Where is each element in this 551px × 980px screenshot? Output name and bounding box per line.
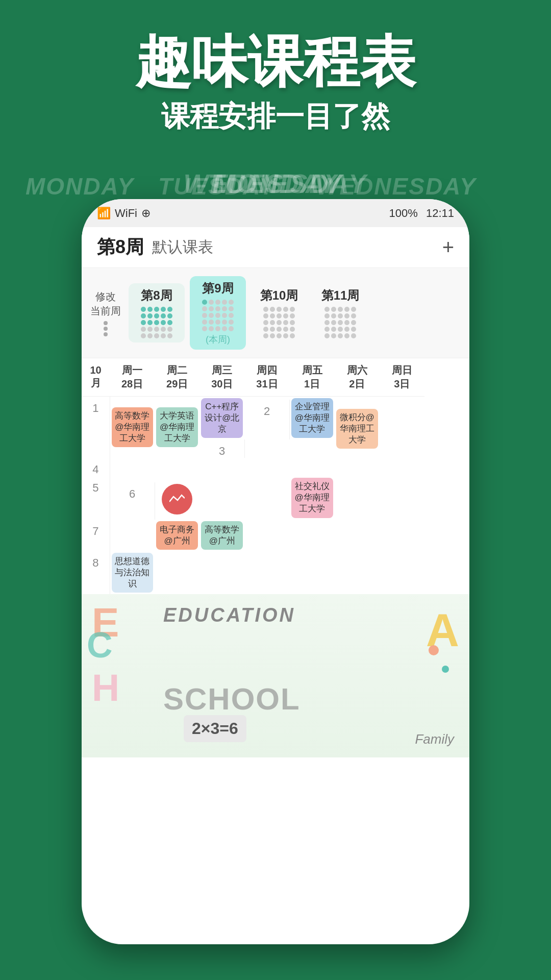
status-left: 📶 WiFi ⊕: [97, 207, 151, 220]
row-num-7: 7: [82, 520, 110, 551]
week-10-item[interactable]: 第10周: [251, 283, 307, 342]
empty-sunday-2: [424, 400, 469, 439]
row-num-6: 6: [110, 482, 155, 519]
current-week-label: (本周): [206, 333, 230, 346]
table-row-8: 8 思想道德与法治知识: [82, 551, 469, 594]
modify-week-button[interactable]: 修改 当前周: [88, 289, 123, 336]
empty-sunday-3: [424, 439, 469, 458]
week-11-item[interactable]: 第11周: [312, 283, 368, 342]
week-9-item[interactable]: 第9周 (本周): [190, 276, 246, 350]
battery-text: 100%: [389, 207, 418, 219]
table-row-6: 6: [82, 482, 469, 519]
course-math-wednesday-7[interactable]: 高等数学@广州: [199, 520, 244, 551]
empty-tuesday-5: [155, 476, 199, 482]
course-management-friday[interactable]: 企业管理@华南理工大学: [290, 397, 335, 440]
status-right: 100% 12:11: [389, 207, 454, 220]
deco-letter-h: H: [92, 666, 119, 709]
course-calculus-thursday[interactable]: 微积分@华南理工大学: [335, 400, 380, 458]
row-num-5: 5: [82, 476, 110, 519]
empty-wednesday-6: [244, 482, 289, 519]
week-10-label: 第10周: [260, 287, 298, 304]
table-row-7: 7 电子商务@广州 高等数学@广州: [82, 520, 469, 551]
empty-saturday-2: [380, 400, 424, 439]
empty-thursday-7: [244, 520, 289, 551]
day-wednesday-header: 周三30日: [199, 358, 244, 397]
empty-sunday-4: [380, 458, 424, 476]
empty-tuesday-6: [199, 482, 244, 519]
main-title: 趣味课程表: [0, 31, 551, 92]
header-area: 趣味课程表 课程安排一目了然: [0, 31, 551, 136]
empty-tuesday-8: [155, 551, 199, 594]
week-row: 修改 当前周 第8周: [88, 276, 463, 350]
deco-dot-1: [429, 645, 439, 655]
chalk-wednesday-label: WEDNESDAY: [316, 173, 477, 200]
deco-dot-2: [442, 666, 449, 673]
status-bar: 📶 WiFi ⊕ 100% 12:11: [82, 199, 469, 227]
day-friday-header: 周五1日: [290, 358, 335, 397]
chalk-monday-label: MONDAY: [26, 173, 134, 200]
math-equation: 2×3=6: [184, 715, 246, 742]
week-selector: 修改 当前周 第8周: [82, 268, 469, 358]
empty-wednesday-8: [199, 551, 244, 594]
empty-saturday-4: [335, 458, 380, 476]
sticker-area: E C H EDUCATION 2×3=6 SCHOOL A Family: [82, 594, 469, 757]
course-cpp-wednesday[interactable]: C++程序设计@北京: [199, 397, 244, 440]
empty-thursday-4: [244, 458, 289, 476]
empty-saturday-5: [335, 476, 380, 482]
sub-title: 课程安排一目了然: [0, 97, 551, 136]
week-11-dots: [324, 307, 356, 338]
timetable-container[interactable]: 10月 周一28日 周二29日 周三30日 周四31日 周五1日 周六2日 周日…: [82, 358, 469, 944]
empty-saturday-7: [335, 520, 380, 551]
empty-saturday-8: [335, 551, 380, 594]
day-monday-header: 周一28日: [110, 358, 155, 397]
deco-letter-c: C: [87, 625, 113, 666]
empty-wednesday-4: [199, 458, 244, 476]
extra-icon: ⊕: [141, 207, 151, 220]
row-num-8: 8: [82, 551, 110, 594]
empty-tuesday-4: [155, 458, 199, 476]
empty-thursday-6: [335, 482, 380, 519]
empty-monday-5: [110, 476, 155, 482]
empty-friday-8: [290, 551, 335, 594]
course-ecommerce-tuesday-7[interactable]: 电子商务@广州: [155, 520, 199, 551]
week-9-label: 第9周: [202, 280, 233, 297]
empty-sunday-5: [380, 476, 424, 482]
add-button[interactable]: +: [442, 236, 454, 259]
course-social-friday[interactable]: 社交礼仪@华南理工大学: [290, 476, 335, 519]
day-tuesday-header: 周二29日: [155, 358, 199, 397]
empty-saturday-6: [380, 482, 424, 519]
school-text: SCHOOL: [163, 681, 300, 717]
time-text: 12:11: [426, 207, 454, 219]
week-8-dots: [141, 307, 172, 338]
week-11-label: 第11周: [321, 287, 360, 304]
month-header: 10月: [82, 358, 110, 397]
chalk-tuesday-label: TUESDAY: [158, 173, 276, 200]
empty-friday-3: [290, 439, 335, 458]
table-row-5: 5 社交礼仪@华南理工大学: [82, 476, 469, 482]
empty-saturday-3: [380, 439, 424, 458]
empty-sunday-7: [380, 520, 424, 551]
table-row-4: 4: [82, 458, 469, 476]
empty-friday-7: [290, 520, 335, 551]
empty-friday-4: [290, 458, 335, 476]
wifi-icon: WiFi: [115, 207, 137, 220]
week-10-dots: [263, 307, 295, 338]
schedule-name: 默认课表: [152, 237, 213, 258]
education-text: EDUCATION: [163, 604, 295, 626]
cell-monday-6: [155, 482, 199, 519]
day-thursday-header: 周四31日: [244, 358, 289, 397]
week-8-item[interactable]: 第8周: [129, 283, 185, 342]
empty-wednesday-3: [244, 439, 289, 458]
row-num-3: 3: [199, 439, 244, 458]
empty-monday-7: [110, 520, 155, 551]
row-num-4: 4: [82, 458, 110, 476]
row-num-2: 2: [244, 400, 289, 439]
row-num-1: 1: [82, 397, 110, 458]
empty-monday-4: [110, 458, 155, 476]
app-header: 第8周 默认课表 +: [82, 227, 469, 268]
course-english-tuesday[interactable]: 大学英语@华南理工大学: [155, 397, 199, 458]
week-title: 第8周: [97, 235, 144, 260]
course-math-monday[interactable]: 高等数学@华南理工大学: [110, 397, 155, 458]
family-text: Family: [415, 731, 454, 747]
course-ideological-monday-8[interactable]: 思想道德与法治知识: [110, 551, 155, 594]
